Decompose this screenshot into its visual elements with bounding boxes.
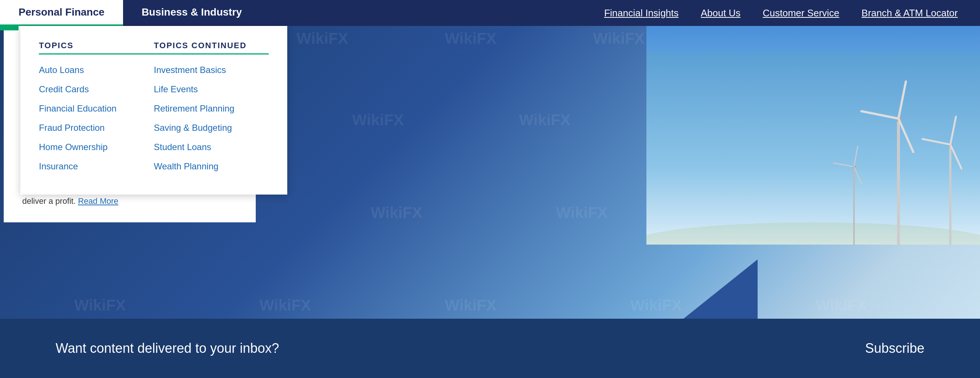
- nav-link-customer-service[interactable]: Customer Service: [763, 7, 840, 19]
- topic-auto-loans[interactable]: Auto Loans: [39, 60, 154, 80]
- topics-heading: TOPICS: [39, 41, 154, 54]
- topic-fraud-protection[interactable]: Fraud Protection: [39, 118, 154, 138]
- newsletter-bar: Want content delivered to your inbox? Su…: [0, 319, 980, 378]
- topic-insurance[interactable]: Insurance: [39, 157, 154, 176]
- topics-continued-column: TOPICS CONTINUED Investment Basics Life …: [154, 41, 269, 176]
- green-accent-bar: [0, 26, 19, 30]
- read-more-link[interactable]: Read More: [78, 196, 118, 206]
- topics-column: TOPICS Auto Loans Credit Cards Financial…: [39, 41, 154, 176]
- newsletter-text: Want content delivered to your inbox?: [56, 341, 279, 356]
- topic-saving-budgeting[interactable]: Saving & Budgeting: [154, 118, 269, 138]
- topic-wealth-planning[interactable]: Wealth Planning: [154, 157, 269, 176]
- nav-tabs: Personal Finance Business & Industry: [0, 0, 261, 26]
- svg-rect-0: [646, 52, 980, 245]
- nav-link-branch-atm[interactable]: Branch & ATM Locator: [861, 7, 958, 19]
- dropdown-columns: TOPICS Auto Loans Credit Cards Financial…: [39, 41, 269, 176]
- topics-continued-heading: TOPICS CONTINUED: [154, 41, 269, 54]
- nav-link-financial-insights[interactable]: Financial Insights: [604, 7, 679, 19]
- dropdown-menu: TOPICS Auto Loans Credit Cards Financial…: [21, 26, 287, 195]
- nav-right-links: Financial Insights About Us Customer Ser…: [604, 0, 980, 26]
- topic-retirement-planning[interactable]: Retirement Planning: [154, 99, 269, 118]
- diagonal-arrow-decoration: [684, 259, 757, 319]
- topic-life-events[interactable]: Life Events: [154, 80, 269, 99]
- tab-personal-finance[interactable]: Personal Finance: [0, 0, 123, 26]
- topic-credit-cards[interactable]: Credit Cards: [39, 80, 154, 99]
- subscribe-button[interactable]: Subscribe: [865, 341, 924, 356]
- tab-business-industry[interactable]: Business & Industry: [123, 0, 261, 26]
- hero-image: [646, 26, 980, 219]
- topic-home-ownership[interactable]: Home Ownership: [39, 138, 154, 157]
- topic-student-loans[interactable]: Student Loans: [154, 138, 269, 157]
- navbar: Personal Finance Business & Industry Fin…: [0, 0, 980, 26]
- topic-investment-basics[interactable]: Investment Basics: [154, 60, 269, 80]
- nav-link-about-us[interactable]: About Us: [701, 7, 741, 19]
- topic-financial-education[interactable]: Financial Education: [39, 99, 154, 118]
